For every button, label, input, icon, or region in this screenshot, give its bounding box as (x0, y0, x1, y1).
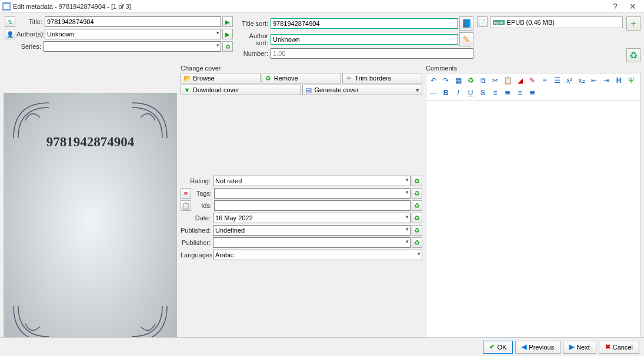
align-right-icon[interactable]: ≡ (515, 88, 525, 98)
strike-icon[interactable]: S (478, 88, 488, 98)
publisher-label: Publisher: (181, 239, 213, 246)
editor-toolbar: ↶ ↷ ▦ ♻ ⧉ ✂ 📋 ◢ ✎ ≡ ☰ x² x₂ ⇤ ⇥ H Ψ — B … (426, 73, 640, 100)
format-icon[interactable]: 📄 (477, 16, 488, 27)
background-icon[interactable]: ◢ (515, 75, 525, 86)
copy-icon[interactable]: ⧉ (478, 75, 488, 86)
tags-label: Tags: (192, 190, 214, 197)
number-label: Number: (235, 50, 271, 57)
browse-label: Browse (193, 75, 215, 82)
date-input[interactable] (213, 213, 411, 223)
trim-icon: ✂ (345, 75, 352, 82)
hr-icon[interactable]: — (428, 88, 439, 98)
ids-recycle-icon[interactable]: ♻ (412, 200, 422, 211)
outdent-icon[interactable]: ⇤ (589, 75, 599, 86)
bold-icon[interactable]: B (441, 88, 451, 98)
check-icon: ✔ (489, 343, 495, 351)
tags-edit-icon[interactable]: ≡ (181, 188, 191, 199)
underline-icon[interactable]: U (465, 88, 476, 98)
series-label: Series: (15, 43, 44, 50)
series-input[interactable] (44, 41, 221, 52)
generate-cover-button[interactable]: ▤Generate cover▾ (302, 85, 423, 95)
heading-icon[interactable]: H (613, 75, 624, 86)
align-justify-icon[interactable]: ≣ (527, 88, 538, 98)
format-entry[interactable]: epub EPUB (0.46 MB) (490, 16, 623, 28)
superscript-icon[interactable]: x² (564, 75, 575, 86)
ok-button[interactable]: ✔OK (483, 341, 513, 354)
authors-arrow-icon[interactable]: ▶ (222, 29, 233, 39)
cancel-button[interactable]: ✖Cancel (599, 341, 639, 354)
align-center-icon[interactable]: ≣ (502, 88, 513, 98)
date-recycle-icon[interactable]: ♻ (412, 213, 422, 223)
author-icon[interactable]: 👤 (5, 29, 15, 39)
ok-label: OK (497, 344, 506, 351)
cut-icon[interactable]: ✂ (490, 75, 500, 86)
select-all-icon[interactable]: ▦ (453, 75, 463, 86)
remove-button[interactable]: ♻Remove (262, 73, 342, 83)
foreground-icon[interactable]: ✎ (527, 75, 538, 86)
rating-recycle-icon[interactable]: ♻ (412, 176, 422, 186)
swap-title-icon[interactable]: ⇅ (5, 16, 15, 27)
ol-icon[interactable]: ☰ (552, 75, 562, 86)
authors-input[interactable] (45, 29, 221, 39)
date-label: Date: (181, 214, 213, 221)
previous-label: Previous (529, 344, 554, 351)
number-input[interactable] (271, 48, 473, 59)
cover-text: 9781942874904 (4, 135, 176, 150)
paste-icon[interactable]: 📋 (502, 75, 513, 86)
authorsort-label: Author sort: (235, 32, 271, 46)
series-recycle-icon[interactable]: ♻ (222, 41, 233, 52)
titlesort-input[interactable] (271, 18, 458, 29)
link-icon[interactable]: Ψ (626, 75, 636, 86)
epub-icon: epub (493, 20, 505, 25)
next-button[interactable]: ▶Next (563, 341, 596, 354)
redo-icon[interactable]: ↷ (441, 75, 451, 86)
close-button[interactable]: ✕ (624, 2, 642, 11)
publisher-recycle-icon[interactable]: ♻ (412, 237, 422, 248)
download-cover-label: Download cover (193, 86, 239, 93)
undo-icon[interactable]: ↶ (428, 75, 439, 86)
align-left-icon[interactable]: ≡ (490, 88, 500, 98)
title-arrow-icon[interactable]: ▶ (222, 16, 233, 27)
authors-label: Author(s): (16, 31, 45, 38)
subscript-icon[interactable]: x₂ (576, 75, 587, 86)
titlesort-label: Title sort: (235, 20, 271, 27)
title-input[interactable] (45, 16, 221, 27)
next-icon: ▶ (569, 343, 574, 351)
browse-button[interactable]: 📂Browse (181, 73, 261, 83)
published-label: Published: (181, 227, 213, 234)
previous-button[interactable]: ◀Previous (515, 341, 560, 354)
help-button[interactable]: ? (606, 2, 624, 11)
book-icon[interactable]: 📘 (459, 16, 473, 31)
trim-button[interactable]: ✂Trim borders (342, 73, 422, 83)
ids-paste-icon[interactable]: 📋 (181, 200, 191, 211)
published-recycle-icon[interactable]: ♻ (412, 225, 422, 236)
download-icon: ▼ (183, 86, 191, 93)
authorsort-input[interactable] (271, 34, 458, 45)
remove-label: Remove (274, 75, 298, 82)
tags-recycle-icon[interactable]: ♻ (412, 188, 422, 199)
remove-format-icon[interactable]: ♻ (465, 75, 476, 86)
ids-input[interactable] (214, 200, 411, 211)
edit-authors-icon[interactable]: ✎ (459, 32, 473, 46)
indent-icon[interactable]: ⇥ (601, 75, 612, 86)
italic-icon[interactable]: I (453, 88, 463, 98)
languages-label: Languages: (181, 251, 213, 258)
next-label: Next (576, 344, 590, 351)
generate-icon: ▤ (305, 86, 312, 94)
comments-editor[interactable] (426, 100, 640, 341)
published-input[interactable] (213, 225, 411, 236)
download-cover-button[interactable]: ▼Download cover (181, 85, 301, 95)
tags-input[interactable] (214, 188, 411, 199)
languages-input[interactable] (213, 250, 422, 260)
window-title: Edit metadata - 9781942874904 - [1 of 3] (13, 3, 606, 10)
recycle-icon: ♻ (265, 75, 272, 82)
add-format-icon[interactable]: ＋ (626, 16, 640, 31)
rating-input[interactable] (213, 176, 411, 186)
recycle-format-icon[interactable]: ♻ (626, 48, 640, 62)
ids-label: Ids: (192, 202, 214, 209)
publisher-input[interactable] (213, 237, 411, 248)
app-icon (2, 2, 11, 11)
ul-icon[interactable]: ≡ (539, 75, 550, 86)
cover-preview[interactable]: 9781942874904 1200 x 1600 (4, 93, 177, 351)
svg-rect-1 (4, 4, 9, 9)
